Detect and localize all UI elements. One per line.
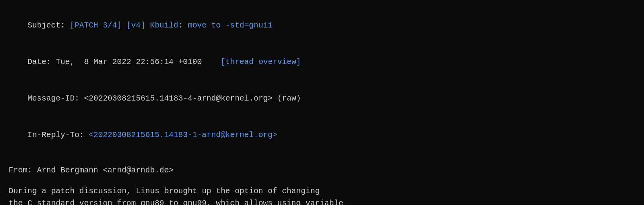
from-label: From: bbox=[9, 166, 37, 175]
subject-line: Subject: [PATCH 3/4] [v4] Kbuild: move t… bbox=[9, 7, 635, 44]
inreplyto-line: In-Reply-To: <20220308215615.14183-1-arn… bbox=[9, 117, 635, 153]
subject-label: Subject: bbox=[27, 21, 70, 30]
from-line: From: Arnd Bergmann <arnd@arndb.de> bbox=[9, 164, 635, 176]
inreplyto-link[interactable]: <20220308215615.14183-1-arnd@kernel.org> bbox=[89, 130, 277, 139]
date-line: Date: Tue, 8 Mar 2022 22:56:14 +0100 [th… bbox=[9, 44, 635, 80]
inreplyto-label: In-Reply-To: bbox=[27, 130, 89, 139]
messageid-label: Message-ID: bbox=[27, 94, 84, 103]
email-header: Subject: [PATCH 3/4] [v4] Kbuild: move t… bbox=[9, 7, 635, 153]
messageid-line: Message-ID: <20220308215615.14183-4-arnd… bbox=[9, 80, 635, 117]
thread-overview-link[interactable]: [thread overview] bbox=[221, 57, 301, 66]
body-text: During a patch discussion, Linus brought… bbox=[9, 185, 635, 205]
from-value: Arnd Bergmann <arnd@arndb.de> bbox=[37, 166, 174, 175]
date-spacing bbox=[202, 57, 221, 66]
email-body: From: Arnd Bergmann <arnd@arndb.de> Duri… bbox=[9, 164, 635, 205]
subject-link[interactable]: [PATCH 3/4] [v4] Kbuild: move to -std=gn… bbox=[70, 21, 273, 30]
date-label: Date: bbox=[27, 57, 56, 66]
messageid-raw[interactable]: (raw) bbox=[273, 94, 301, 103]
date-value: Tue, 8 Mar 2022 22:56:14 +0100 bbox=[56, 57, 202, 66]
messageid-value: <20220308215615.14183-4-arnd@kernel.org> bbox=[84, 94, 273, 103]
